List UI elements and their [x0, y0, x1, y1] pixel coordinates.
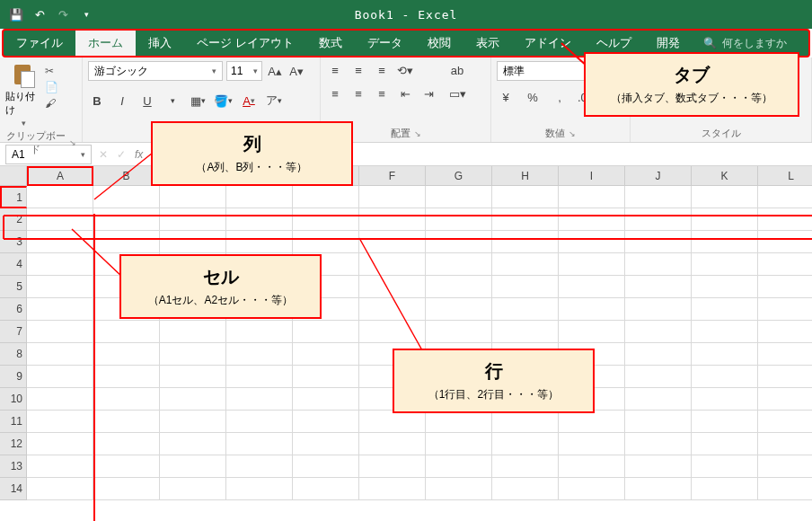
tab-page-layout[interactable]: ページ レイアウト: [184, 31, 306, 56]
cell-G12[interactable]: [426, 433, 492, 455]
tab-formulas[interactable]: 数式: [306, 31, 355, 56]
cell-I1[interactable]: [559, 186, 625, 208]
cut-icon[interactable]: ✂: [45, 65, 58, 77]
merge-button[interactable]: ▭▾: [448, 84, 466, 102]
cell-I5[interactable]: [559, 276, 625, 298]
cell-J8[interactable]: [625, 343, 692, 366]
cell-K14[interactable]: [692, 478, 758, 500]
tab-review[interactable]: 校閲: [415, 31, 463, 56]
tab-data[interactable]: データ: [355, 31, 415, 56]
cell-K6[interactable]: [692, 298, 758, 321]
cell-F3[interactable]: [359, 231, 426, 253]
cell-H11[interactable]: [492, 411, 559, 433]
cell-K2[interactable]: [692, 208, 758, 231]
column-header-H[interactable]: H: [492, 166, 559, 186]
cell-A13[interactable]: [27, 455, 93, 478]
cell-F7[interactable]: [359, 321, 426, 343]
copy-icon[interactable]: 📄: [45, 81, 58, 93]
cell-F5[interactable]: [359, 276, 426, 298]
cell-E3[interactable]: [293, 231, 359, 253]
cell-L5[interactable]: [758, 276, 812, 298]
undo-icon[interactable]: ↶: [32, 7, 47, 22]
italic-button[interactable]: I: [113, 92, 131, 110]
cell-J12[interactable]: [625, 433, 692, 455]
cell-B7[interactable]: [93, 321, 160, 343]
cell-E2[interactable]: [293, 208, 359, 231]
border-icon[interactable]: ▦▾: [189, 92, 207, 110]
tab-home[interactable]: ホーム: [75, 31, 136, 56]
bold-button[interactable]: B: [88, 92, 106, 110]
cell-G11[interactable]: [426, 411, 492, 433]
cell-E7[interactable]: [293, 321, 359, 343]
cell-J5[interactable]: [625, 276, 692, 298]
cell-G6[interactable]: [426, 298, 492, 321]
cell-D1[interactable]: [226, 186, 293, 208]
cell-I3[interactable]: [559, 231, 625, 253]
cell-H5[interactable]: [492, 276, 559, 298]
cell-D13[interactable]: [226, 455, 293, 478]
cell-K7[interactable]: [692, 321, 758, 343]
cell-D11[interactable]: [226, 411, 293, 433]
cell-H12[interactable]: [492, 433, 559, 455]
row-header-11[interactable]: 11: [0, 411, 27, 433]
row-header-10[interactable]: 10: [0, 388, 27, 411]
cell-I12[interactable]: [559, 433, 625, 455]
cell-A3[interactable]: [27, 231, 93, 253]
cell-C7[interactable]: [160, 321, 226, 343]
cell-E8[interactable]: [293, 343, 359, 366]
cell-C2[interactable]: [160, 208, 226, 231]
cell-J6[interactable]: [625, 298, 692, 321]
cell-C3[interactable]: [160, 231, 226, 253]
row-header-12[interactable]: 12: [0, 433, 27, 455]
save-icon[interactable]: 💾: [9, 7, 23, 22]
row-header-4[interactable]: 4: [0, 253, 27, 276]
cell-J2[interactable]: [625, 208, 692, 231]
cell-E11[interactable]: [293, 411, 359, 433]
cell-A10[interactable]: [27, 388, 93, 411]
cell-G1[interactable]: [426, 186, 492, 208]
wrap-text-button[interactable]: ab: [448, 61, 466, 79]
cell-F12[interactable]: [359, 433, 426, 455]
cell-L9[interactable]: [758, 366, 812, 388]
cell-E14[interactable]: [293, 478, 359, 500]
cell-C13[interactable]: [160, 455, 226, 478]
cell-K12[interactable]: [692, 433, 758, 455]
cell-L1[interactable]: [758, 186, 812, 208]
cell-L4[interactable]: [758, 253, 812, 276]
cell-E10[interactable]: [293, 388, 359, 411]
cell-H6[interactable]: [492, 298, 559, 321]
cell-L6[interactable]: [758, 298, 812, 321]
cell-K4[interactable]: [692, 253, 758, 276]
cell-G7[interactable]: [426, 321, 492, 343]
cancel-icon[interactable]: ✕: [99, 148, 108, 161]
cell-K9[interactable]: [692, 366, 758, 388]
cell-L2[interactable]: [758, 208, 812, 231]
cell-A6[interactable]: [27, 298, 93, 321]
comma-icon[interactable]: ,: [551, 88, 569, 106]
align-center-icon[interactable]: ≡: [349, 84, 367, 102]
indent-decrease-icon[interactable]: ⇤: [396, 84, 414, 102]
cell-I6[interactable]: [559, 298, 625, 321]
row-header-9[interactable]: 9: [0, 366, 27, 388]
align-middle-icon[interactable]: ≡: [349, 61, 367, 79]
cell-D9[interactable]: [226, 366, 293, 388]
cell-I11[interactable]: [559, 411, 625, 433]
tab-insert[interactable]: 挿入: [136, 31, 184, 56]
phonetic-icon[interactable]: ア▾: [265, 92, 283, 110]
cell-J9[interactable]: [625, 366, 692, 388]
row-header-5[interactable]: 5: [0, 276, 27, 298]
cell-G14[interactable]: [426, 478, 492, 500]
increase-font-icon[interactable]: A▴: [266, 62, 284, 80]
cell-K13[interactable]: [692, 455, 758, 478]
align-top-icon[interactable]: ≡: [326, 61, 344, 79]
cell-D7[interactable]: [226, 321, 293, 343]
cell-I14[interactable]: [559, 478, 625, 500]
cell-A2[interactable]: [27, 208, 93, 231]
cell-A8[interactable]: [27, 343, 93, 366]
cell-J7[interactable]: [625, 321, 692, 343]
column-header-A[interactable]: A: [27, 166, 93, 186]
cell-A12[interactable]: [27, 433, 93, 455]
cell-C9[interactable]: [160, 366, 226, 388]
cell-H2[interactable]: [492, 208, 559, 231]
cell-B8[interactable]: [93, 343, 160, 366]
